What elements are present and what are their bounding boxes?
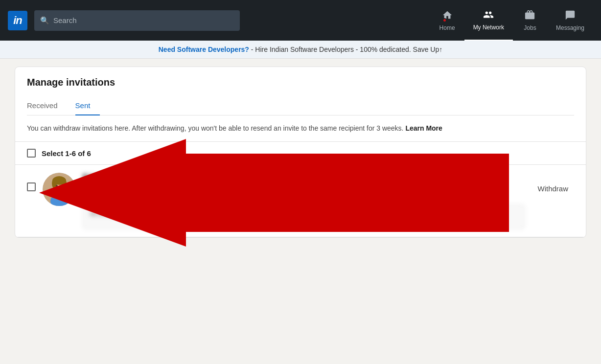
svg-rect-9 bbox=[57, 191, 61, 195]
my-network-icon bbox=[483, 9, 494, 23]
linkedin-logo[interactable]: in bbox=[8, 11, 27, 30]
svg-point-7 bbox=[61, 185, 63, 187]
logo-text: in bbox=[13, 14, 22, 27]
messaging-icon bbox=[565, 10, 576, 23]
nav-item-my-network[interactable]: My Network bbox=[464, 0, 513, 41]
info-text: You can withdraw invitations here. After… bbox=[27, 124, 403, 132]
svg-point-4 bbox=[52, 179, 57, 188]
invitation-info: Kristy Pierce Creative & Production Mana… bbox=[83, 173, 525, 229]
home-nav-label: Home bbox=[439, 24, 455, 31]
ad-banner: Need Software Developers? - Hire Indian … bbox=[0, 41, 601, 59]
nav-item-jobs[interactable]: Jobs bbox=[513, 0, 547, 41]
search-icon: 🔍 bbox=[40, 16, 49, 25]
svg-point-5 bbox=[62, 179, 67, 188]
avatar bbox=[43, 173, 76, 206]
invitation-item: Kristy Pierce Creative & Production Mana… bbox=[15, 165, 586, 237]
card-title: Manage invitations bbox=[27, 77, 574, 88]
invitation-job-title: Creative & Production Manager at Big Ced… bbox=[83, 183, 525, 191]
messaging-nav-label: Messaging bbox=[556, 24, 584, 31]
invitation-name: Kristy Pierce bbox=[83, 173, 525, 182]
svg-point-6 bbox=[56, 185, 58, 187]
info-section: You can withdraw invitations here. After… bbox=[15, 115, 586, 142]
card-header: Manage invitations Received Sent bbox=[15, 67, 586, 115]
notification-dot bbox=[442, 18, 447, 23]
search-input[interactable] bbox=[53, 16, 234, 24]
select-label: Select 1-6 of 6 bbox=[42, 149, 91, 158]
nav-items: Home My Network Jobs Me bbox=[430, 0, 593, 41]
nav-item-messaging[interactable]: Messaging bbox=[547, 0, 593, 41]
learn-more-link[interactable]: Learn More bbox=[405, 124, 442, 132]
select-row: Select 1-6 of 6 bbox=[15, 142, 586, 165]
nav-item-home[interactable]: Home bbox=[430, 0, 464, 41]
tabs: Received Sent bbox=[27, 96, 574, 115]
tab-sent[interactable]: Sent bbox=[75, 96, 100, 115]
withdraw-button[interactable]: Withdraw bbox=[532, 181, 574, 197]
jobs-icon bbox=[525, 10, 535, 23]
invitation-checkbox[interactable] bbox=[27, 182, 36, 191]
home-icon bbox=[442, 10, 453, 23]
ad-link[interactable]: Need Software Developers? bbox=[159, 46, 249, 53]
navbar: in 🔍 Home My Network bbox=[0, 0, 601, 41]
select-all-checkbox[interactable] bbox=[27, 149, 36, 158]
jobs-nav-label: Jobs bbox=[524, 24, 536, 31]
main-content: Manage invitations Received Sent You can… bbox=[7, 67, 594, 238]
invitation-message: Hi Kristy, Big Cedar's great, currently … bbox=[83, 205, 525, 229]
invitation-time: 1 month ago bbox=[83, 192, 525, 200]
search-bar: 🔍 bbox=[34, 10, 240, 31]
card-wrapper: Manage invitations Received Sent You can… bbox=[15, 67, 586, 238]
my-network-nav-label: My Network bbox=[473, 24, 504, 31]
ad-text: - Hire Indian Software Developers - 100%… bbox=[249, 46, 442, 53]
manage-invitations-card: Manage invitations Received Sent You can… bbox=[15, 67, 586, 238]
tab-received[interactable]: Received bbox=[27, 96, 68, 115]
